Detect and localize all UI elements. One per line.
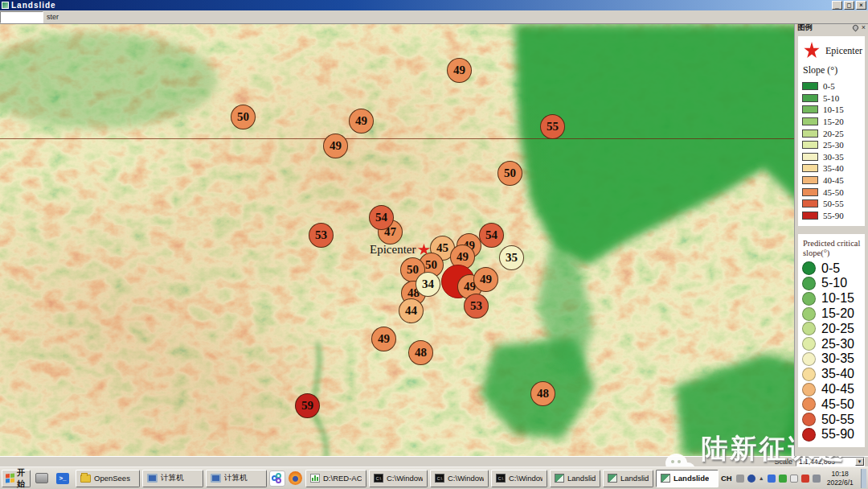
slope-marker-49: 49: [447, 58, 472, 83]
slope-marker-59: 59: [295, 393, 320, 418]
critical-class-row: 15-20: [802, 306, 862, 322]
taskbar-button--[interactable]: 计算机: [206, 470, 267, 487]
taskbar-button-landslide[interactable]: Landslide: [550, 470, 600, 487]
tray-input-icon[interactable]: [768, 475, 776, 483]
slope-class-label: 5-10: [823, 93, 839, 103]
tray-printer-icon[interactable]: [736, 475, 744, 483]
slope-class-swatch: [802, 82, 818, 90]
slope-class-row: 35-40: [802, 162, 862, 175]
taskbar-buttons: OpenSees计算机计算机D:\RED-ACT\...C:\C:\Window…: [76, 470, 721, 487]
cmd-icon: C:\: [374, 474, 383, 483]
slope-class-row: 10-15: [802, 104, 862, 116]
epicenter-star-icon: [417, 244, 430, 256]
slope-class-swatch: [802, 129, 818, 138]
critical-class-swatch: [802, 277, 816, 290]
critical-class-row: 30-35: [802, 351, 862, 367]
tray-safety-icon[interactable]: [779, 475, 787, 483]
circles-browser-icon[interactable]: [269, 471, 285, 487]
legend-epicenter-label: Epicenter: [825, 45, 862, 57]
slope-class-row: 50-55: [802, 198, 862, 210]
maximize-button[interactable]: □: [844, 1, 854, 10]
critical-class-row: 10-15: [802, 291, 862, 306]
tray-expand-icon[interactable]: ▲: [759, 475, 764, 481]
slope-class-swatch: [802, 105, 818, 113]
clock[interactable]: 10:18 2022/6/1: [827, 470, 854, 486]
critical-class-label: 25-30: [821, 337, 854, 351]
show-desktop-button[interactable]: [861, 469, 866, 488]
slope-class-row: 20-25: [802, 127, 862, 139]
taskbar-button-opensees[interactable]: OpenSees: [76, 470, 140, 487]
slope-class-swatch: [802, 153, 818, 161]
close-button[interactable]: ×: [856, 1, 866, 10]
fault-line: [0, 138, 868, 139]
slope-marker-54: 54: [479, 223, 504, 248]
slope-class-swatch: [802, 164, 818, 172]
critical-class-row: 45-50: [802, 397, 862, 412]
taskbar-button-c-windows-s-[interactable]: C:\C:\Windows\s...: [430, 470, 489, 487]
slope-class-swatch: [802, 199, 818, 208]
slope-marker-34: 34: [416, 272, 440, 297]
critical-class-label: 40-45: [821, 382, 854, 397]
slope-class-row: 55-90: [802, 210, 862, 222]
slope-marker-48: 48: [408, 340, 433, 365]
tray-flag-icon[interactable]: [790, 475, 798, 483]
tray-schedule-icon[interactable]: [813, 475, 821, 483]
taskbar-button-landslide[interactable]: Landslide: [656, 470, 719, 487]
taskbar-button-c-windows-s-[interactable]: C:\C:\Windows\s...: [491, 470, 547, 487]
slope-marker-35: 35: [499, 245, 524, 270]
slope-legend-title: Slope (°): [803, 64, 862, 76]
critical-class-label: 45-50: [821, 397, 854, 412]
firefox-icon[interactable]: [289, 471, 302, 485]
powershell-quicklaunch-icon[interactable]: >_: [56, 473, 69, 484]
critical-class-swatch: [802, 383, 816, 397]
language-indicator[interactable]: CH: [721, 474, 732, 483]
map-canvas[interactable]: 4950494955504754535449453549505048344949…: [0, 24, 868, 456]
slope-class-label: 0-5: [823, 81, 835, 91]
application-window: Landslide _ □ × ster: [0, 0, 868, 489]
minimize-button[interactable]: _: [832, 1, 842, 10]
taskbar-button-c-windows-s-[interactable]: C:\C:\Windows\s...: [369, 470, 428, 487]
toolbar: ster: [0, 10, 868, 24]
slope-class-label: 55-90: [823, 211, 844, 220]
slope-class-row: 30-35: [802, 151, 862, 163]
slope-class-row: 5-10: [802, 92, 862, 105]
printer-quicklaunch-icon[interactable]: [35, 473, 48, 483]
landslide-app-icon: [555, 474, 564, 483]
critical-class-swatch: [802, 322, 816, 335]
slope-marker-50: 50: [497, 161, 522, 186]
slope-class-swatch: [802, 117, 818, 125]
taskbar-button-d-red-act-[interactable]: D:\RED-ACT\...: [305, 470, 366, 487]
critical-class-row: 25-30: [802, 336, 862, 351]
app-icon: [2, 2, 9, 9]
legend-epicenter-star-icon: [804, 42, 820, 60]
tray-block-icon[interactable]: [801, 475, 809, 483]
slope-class-row: 45-50: [802, 186, 862, 198]
critical-class-label: 10-15: [821, 291, 854, 306]
critical-class-swatch: [802, 261, 816, 275]
chart-icon: [310, 474, 320, 483]
start-button[interactable]: 开始: [2, 470, 31, 487]
taskbar-button-landslide[interactable]: Landslide: [603, 470, 653, 487]
slope-marker-54: 54: [369, 205, 394, 230]
slope-class-label: 35-40: [823, 163, 844, 173]
layer-input[interactable]: [0, 11, 43, 23]
critical-class-label: 55-90: [821, 427, 854, 442]
slope-class-swatch: [802, 94, 818, 102]
tray-network-icon[interactable]: [747, 475, 755, 483]
folder-icon: [80, 475, 91, 483]
critical-class-row: 55-90: [802, 427, 862, 442]
critical-class-row: 5-10: [802, 276, 862, 291]
legend-close-icon[interactable]: ×: [862, 25, 866, 31]
slope-marker-48: 48: [530, 381, 555, 406]
landslide-app-icon: [661, 474, 670, 483]
critical-class-label: 0-5: [821, 261, 840, 276]
critical-class-swatch: [802, 292, 816, 306]
slope-class-swatch: [802, 188, 818, 196]
critical-class-label: 30-35: [821, 351, 854, 366]
slope-class-list: 0-55-1010-1515-2020-2525-3030-3535-4040-…: [802, 80, 862, 221]
computer-icon: [211, 474, 221, 483]
taskbar-button--[interactable]: 计算机: [142, 470, 203, 487]
pin-icon[interactable]: [851, 23, 859, 31]
slope-legend-box: Epicenter Slope (°) 0-55-1010-1515-2020-…: [798, 36, 865, 226]
slope-marker-53: 53: [309, 223, 334, 248]
